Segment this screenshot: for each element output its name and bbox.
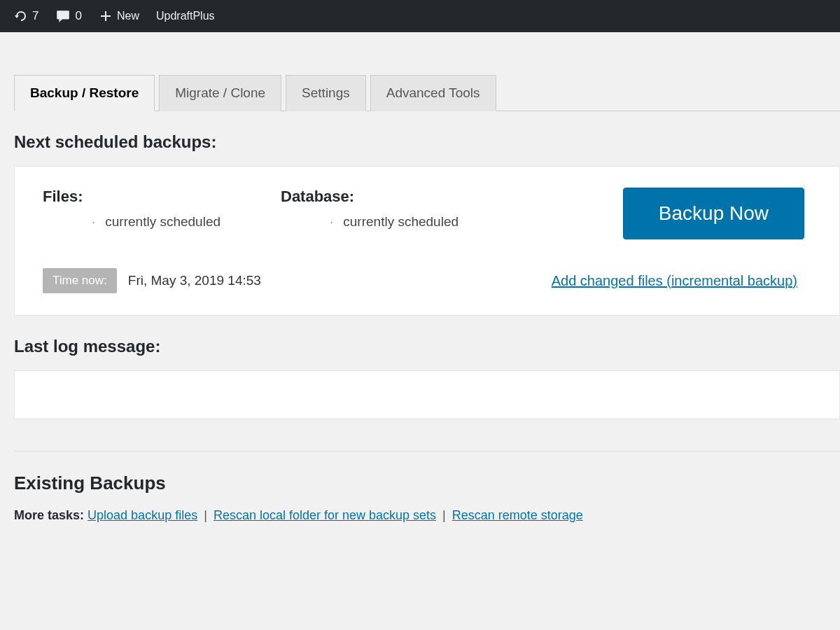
files-column: Files: currently scheduled [43,188,281,239]
tab-settings[interactable]: Settings [286,75,366,111]
comments-count: 0 [75,9,81,23]
backup-now-button[interactable]: Backup Now [623,188,804,239]
time-left: Time now: Fri, May 3, 2019 14:53 [43,267,272,294]
time-row: Time now: Fri, May 3, 2019 14:53 Add cha… [43,267,811,294]
incremental-backup-link[interactable]: Add changed files (incremental backup) [552,273,811,289]
separator: | [442,508,446,522]
schedule-row: Files: currently scheduled Database: cur… [43,188,811,239]
admin-bar-updraftplus[interactable]: UpdraftPlus [148,0,223,32]
refresh-icon [14,9,28,23]
updates-count: 7 [32,9,38,23]
separator: | [204,508,207,522]
admin-bar: 7 0 New UpdraftPlus [0,0,840,32]
files-status: currently scheduled [43,214,281,230]
database-label: Database: [281,188,552,206]
tab-backup-restore[interactable]: Backup / Restore [14,75,155,111]
admin-bar-new[interactable]: New [90,0,148,32]
tab-migrate-clone[interactable]: Migrate / Clone [159,75,281,111]
tab-advanced-tools[interactable]: Advanced Tools [370,75,496,111]
comment-icon [55,8,71,24]
tabs-nav: Backup / Restore Migrate / Clone Setting… [14,74,840,111]
rescan-local-link[interactable]: Rescan local folder for new backup sets [214,508,436,522]
database-column: Database: currently scheduled [281,188,552,239]
more-tasks: More tasks: Upload backup files | Rescan… [14,508,840,523]
updraftplus-label: UpdraftPlus [156,10,215,22]
time-now-label: Time now: [43,268,117,293]
database-status: currently scheduled [281,214,552,230]
last-log-heading: Last log message: [14,337,840,356]
more-tasks-prefix: More tasks: [14,508,84,522]
plus-icon [99,9,113,23]
action-column: Backup Now [552,188,811,239]
rescan-remote-link[interactable]: Rescan remote storage [452,508,583,522]
next-scheduled-heading: Next scheduled backups: [14,132,840,152]
existing-backups-heading: Existing Backups [14,472,840,494]
scheduled-backups-panel: Files: currently scheduled Database: cur… [14,166,840,316]
admin-bar-updates[interactable]: 7 [6,0,47,32]
admin-bar-comments[interactable]: 0 [47,0,90,32]
last-log-panel [14,370,840,419]
content-area: Backup / Restore Migrate / Clone Setting… [0,74,840,523]
time-now-value: Fri, May 3, 2019 14:53 [117,267,272,294]
upload-backup-files-link[interactable]: Upload backup files [88,508,197,522]
new-label: New [117,10,139,22]
files-label: Files: [43,188,281,206]
section-divider [14,451,840,451]
